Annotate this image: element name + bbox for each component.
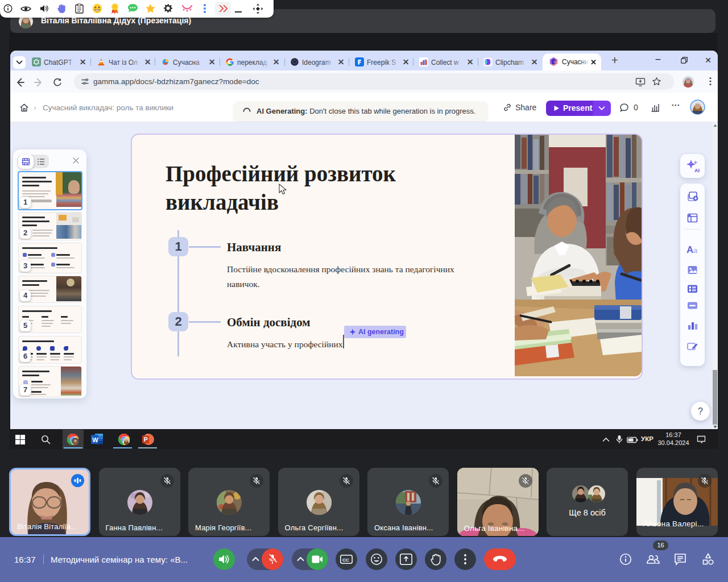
svg-text:CC: CC (342, 558, 349, 563)
svg-text:AI: AI (694, 168, 700, 173)
svg-text:A: A (686, 244, 693, 255)
svg-text:a: a (693, 246, 698, 255)
svg-text:W: W (92, 436, 98, 443)
svg-text:P: P (144, 436, 148, 443)
